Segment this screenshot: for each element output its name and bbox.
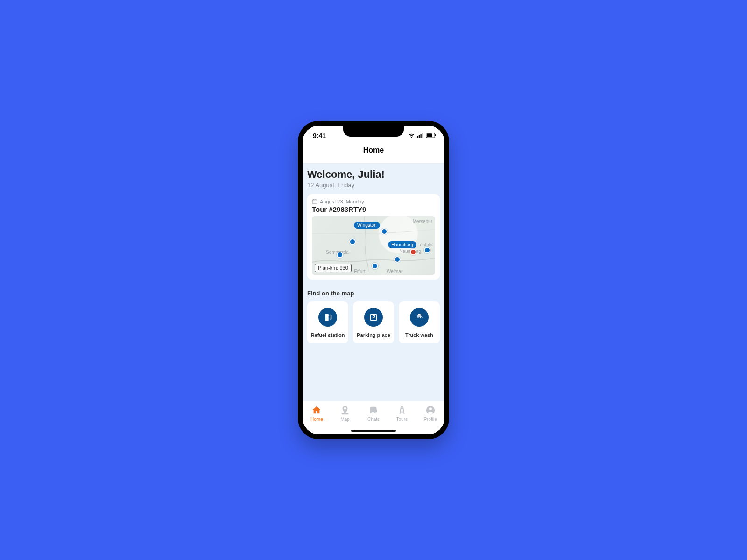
nav-label: Profile — [423, 417, 437, 422]
content-area: Welcome, Julia! 12 August, Friday August… — [303, 164, 444, 401]
home-icon — [311, 405, 322, 415]
wifi-icon — [408, 132, 415, 140]
svg-rect-2 — [421, 134, 422, 138]
tour-map[interactable]: Mersebur Sommerda Naumburg enfels Erfurt… — [312, 216, 435, 275]
svg-rect-3 — [422, 133, 423, 138]
map-label-naumburg: Naumburg — [399, 249, 421, 254]
tour-title: Tour #2983RTY9 — [312, 205, 435, 213]
phone-screen: 9:41 Home Welcome, Julia! 12 August, Fri… — [303, 126, 444, 434]
battery-icon — [426, 132, 436, 140]
page-header: Home — [303, 146, 444, 164]
chat-icon — [368, 405, 379, 415]
cellular-icon — [417, 132, 424, 140]
tour-date-row: August 23, Monday — [312, 199, 435, 204]
map-pill-haumburg[interactable]: Haumburg — [388, 241, 416, 248]
find-card-parking[interactable]: Parking place — [353, 301, 394, 343]
find-card-label: Parking place — [357, 332, 390, 338]
svg-rect-6 — [435, 134, 436, 136]
find-card-refuel[interactable]: Refuel station — [307, 301, 348, 343]
home-indicator — [351, 430, 396, 432]
find-card-label: Refuel station — [311, 332, 345, 338]
map-pin-icon — [340, 405, 350, 415]
find-heading: Find on the map — [307, 290, 440, 297]
welcome-greeting: Welcome, Julia! — [307, 168, 440, 181]
nav-map[interactable]: Map — [331, 405, 359, 422]
page-title: Home — [363, 146, 384, 154]
svg-point-13 — [429, 407, 432, 410]
map-marker[interactable] — [425, 248, 430, 252]
svg-rect-1 — [419, 135, 420, 138]
nav-label: Map — [340, 417, 349, 422]
nav-tours[interactable]: Tours — [388, 405, 416, 422]
status-time: 9:41 — [313, 132, 326, 140]
welcome-date: 12 August, Friday — [307, 182, 440, 189]
map-label-enfels: enfels — [420, 242, 432, 247]
plan-km-badge: Plan-km: 930 — [315, 264, 352, 272]
map-marker[interactable] — [382, 229, 387, 234]
nav-home[interactable]: Home — [303, 405, 331, 422]
find-row[interactable]: Refuel station Parking place Truck wash — [307, 301, 440, 343]
map-marker-destination[interactable] — [411, 250, 416, 254]
map-marker[interactable] — [395, 257, 400, 262]
parking-icon — [364, 308, 383, 327]
nav-label: Tours — [396, 417, 408, 422]
phone-frame: 9:41 Home Welcome, Julia! 12 August, Fri… — [298, 121, 449, 439]
nav-profile[interactable]: Profile — [416, 405, 444, 422]
svg-rect-7 — [312, 200, 317, 204]
profile-icon — [425, 405, 436, 415]
map-label-erfurt: Erfurt — [354, 269, 365, 274]
road-icon — [397, 405, 407, 415]
map-marker[interactable] — [373, 264, 377, 268]
find-card-wash[interactable]: Truck wash — [399, 301, 440, 343]
tour-card[interactable]: August 23, Monday Tour #2983RTY9 Mersebu… — [307, 194, 440, 280]
map-marker[interactable] — [350, 239, 355, 244]
find-card-label: Truck wash — [405, 332, 433, 338]
tour-date: August 23, Monday — [320, 199, 364, 204]
notch — [343, 126, 404, 137]
map-marker[interactable] — [338, 252, 342, 257]
calendar-icon — [312, 199, 317, 204]
map-label-weimar: Weimar — [387, 269, 402, 274]
svg-rect-5 — [427, 133, 432, 137]
nav-label: Chats — [367, 417, 380, 422]
status-icons — [408, 132, 436, 140]
map-pill-wingston[interactable]: Wingston — [354, 222, 380, 229]
svg-rect-0 — [417, 136, 418, 138]
map-label-merseburg: Mersebur — [413, 219, 432, 224]
fuel-pump-icon — [318, 308, 337, 327]
nav-chats[interactable]: Chats — [359, 405, 388, 422]
nav-label: Home — [310, 417, 323, 422]
shower-icon — [410, 308, 429, 327]
